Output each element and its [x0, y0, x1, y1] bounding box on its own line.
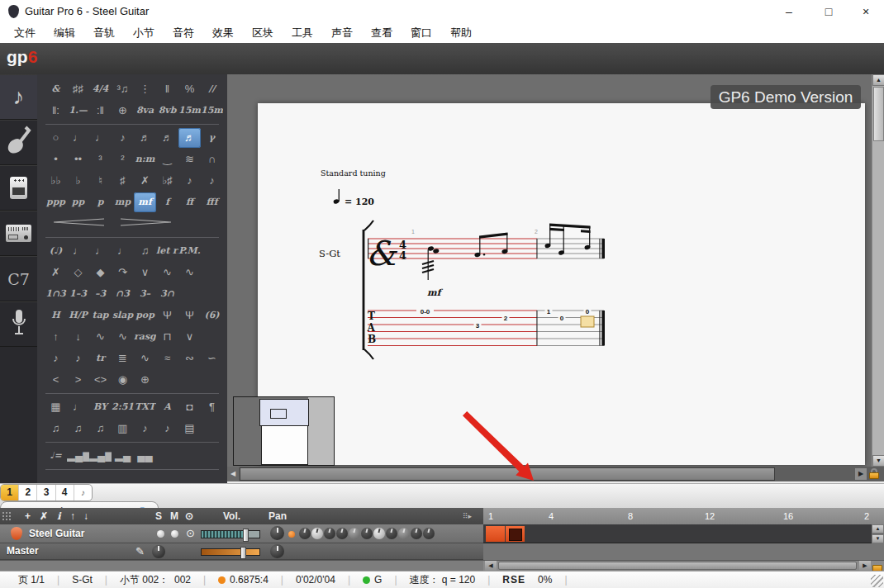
palette-item[interactable]: > — [67, 370, 89, 390]
palette-item[interactable]: slap — [112, 306, 134, 325]
palette-item[interactable]: 3– — [134, 284, 156, 304]
palette-item[interactable]: ▄▄ — [134, 446, 156, 466]
palette-item[interactable]: ∽ — [201, 349, 223, 368]
palette-item[interactable]: 8vb — [156, 101, 178, 121]
page-button-4[interactable]: 4 — [56, 485, 74, 500]
palette-item[interactable]: mf — [134, 192, 156, 212]
palette-item[interactable]: ◉ — [112, 370, 134, 390]
effect-knob[interactable] — [336, 528, 348, 539]
pan-knob[interactable] — [270, 526, 284, 540]
timeline-up-button[interactable]: ▲ — [872, 524, 884, 533]
drag-grip-icon[interactable] — [2, 511, 12, 521]
palette-item[interactable]: ♪ — [45, 349, 67, 368]
effect-knob[interactable] — [299, 528, 311, 539]
page-button-2[interactable]: 2 — [19, 485, 37, 500]
palette-item[interactable]: p — [89, 192, 112, 212]
palette-item[interactable]: ♬ — [134, 128, 156, 148]
instrument-palette-button[interactable] — [0, 120, 37, 165]
palette-item[interactable]: ♪ — [201, 171, 223, 191]
palette-item[interactable]: BY — [89, 397, 112, 417]
palette-item[interactable]: ∿ — [89, 327, 112, 347]
menu-帮助[interactable]: 帮助 — [441, 23, 481, 43]
palette-item[interactable]: ▤ — [178, 419, 201, 439]
palette-item[interactable]: ♭♭ — [45, 171, 67, 191]
volume-slider-handle[interactable] — [243, 529, 249, 542]
palette-item[interactable]: 15mb — [201, 101, 223, 121]
move-track-up-button[interactable]: ↑ — [70, 508, 75, 524]
effect-knob[interactable] — [411, 528, 422, 539]
palette-item[interactable]: H/P — [67, 306, 89, 325]
palette-item[interactable]: A — [156, 397, 178, 417]
scroll-down-button[interactable]: ▼ — [872, 455, 884, 467]
palette-item[interactable]: ○ — [45, 128, 67, 148]
mute-toggle[interactable] — [171, 530, 178, 538]
palette-item[interactable]: ✗ — [134, 171, 156, 191]
vertical-scrollbar[interactable]: ▲ ▼ — [872, 74, 884, 467]
timeline-scroll-left[interactable]: ◀ — [485, 561, 497, 571]
menu-窗口[interactable]: 窗口 — [402, 23, 441, 43]
timeline-scroll-thumb[interactable] — [498, 562, 857, 570]
scroll-up-button[interactable]: ▲ — [872, 74, 884, 86]
mixer-expand-icon[interactable]: ⠿▸ — [463, 512, 474, 520]
vocal-palette-button[interactable] — [0, 301, 37, 347]
palette-item[interactable]: (6) — [201, 306, 223, 325]
timeline-down-button[interactable]: ▼ — [872, 534, 884, 543]
palette-item[interactable]: ∿ — [134, 349, 156, 368]
palette-item[interactable]: ♩= — [45, 446, 67, 466]
menu-小节[interactable]: 小节 — [124, 23, 164, 43]
palette-item[interactable]: ♫ — [67, 419, 89, 439]
palette-item[interactable]: ∿ — [112, 327, 134, 347]
menu-文件[interactable]: 文件 — [5, 23, 45, 43]
palette-item[interactable]: <> — [89, 370, 112, 390]
menu-编辑[interactable]: 编辑 — [45, 23, 84, 43]
palette-item[interactable]: n:m — [134, 149, 156, 169]
timeline-master-lane[interactable] — [483, 543, 884, 560]
palette-decrescendo[interactable] — [112, 214, 178, 234]
volume-slider[interactable] — [201, 530, 260, 538]
multitrack-note-button[interactable]: ♪ — [74, 485, 92, 500]
palette-item[interactable]: ♬ — [156, 128, 178, 148]
palette-item[interactable]: H — [45, 306, 67, 325]
palette-item[interactable]: •• — [67, 149, 89, 169]
palette-item[interactable]: ♫ — [89, 419, 112, 439]
palette-item[interactable]: 1∩3 — [45, 284, 67, 304]
track-row-steel-guitar[interactable]: Steel Guitar ⊙ — [0, 524, 483, 543]
palette-item[interactable]: ⊕ — [134, 370, 156, 390]
automation-pencil-icon[interactable]: ✎ — [135, 543, 145, 559]
palette-item[interactable]: ↷ — [112, 263, 134, 282]
palette-item[interactable]: 3∩ — [156, 284, 178, 304]
palette-item[interactable]: ▥ — [112, 419, 134, 439]
palette-item[interactable]: < — [45, 370, 67, 390]
palette-item[interactable]: rasg. — [134, 327, 156, 347]
effect-knob[interactable] — [398, 528, 410, 539]
palette-item[interactable]: ▂▄▆ — [89, 446, 112, 466]
track-row-master[interactable]: Master ✎ — [0, 543, 483, 560]
score-canvas[interactable]: Standard tuning = 120 S-Gt — [227, 74, 872, 467]
palette-item[interactable]: % — [178, 79, 201, 99]
palette-item[interactable]: ♭♯ — [156, 171, 178, 191]
palette-item[interactable]: ◇ — [67, 263, 89, 282]
palette-item[interactable]: ♩ — [89, 128, 112, 148]
palette-item[interactable]: 1–3 — [67, 284, 89, 304]
palette-item[interactable]: ♫ — [134, 241, 156, 261]
menu-效果[interactable]: 效果 — [203, 23, 243, 43]
palette-item[interactable]: ♫ — [45, 419, 67, 439]
palette-item[interactable]: ♮ — [89, 171, 112, 191]
palette-item[interactable]: ∾ — [178, 349, 201, 368]
master-knob[interactable] — [152, 545, 165, 558]
palette-item[interactable]: // — [201, 79, 223, 99]
navigator-viewport[interactable] — [259, 399, 309, 426]
lock-icon[interactable] — [869, 468, 879, 479]
effect-knob[interactable] — [324, 528, 335, 539]
minimize-button[interactable]: – — [777, 0, 801, 23]
vertical-scroll-thumb[interactable] — [873, 87, 884, 141]
palette-item[interactable]: pp — [67, 192, 89, 212]
palette-item[interactable]: & — [45, 79, 67, 99]
add-track-button[interactable]: + — [25, 508, 31, 524]
palette-item[interactable]: mp — [112, 192, 134, 212]
scroll-right-button[interactable]: ▶ — [855, 468, 867, 480]
palette-item[interactable]: 15ma — [178, 101, 201, 121]
palette-item[interactable]: ‿ — [156, 149, 178, 169]
palette-item[interactable]: ♩ — [67, 128, 89, 148]
palette-item[interactable]: ≈ — [156, 349, 178, 368]
